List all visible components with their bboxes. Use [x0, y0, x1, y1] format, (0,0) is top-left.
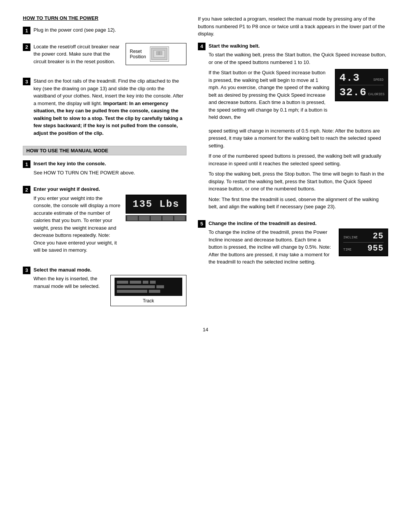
incline-row1: INCLINE 25 — [343, 232, 384, 241]
step5-text: To change the incline of the treadmill, … — [209, 228, 334, 266]
track-row1 — [117, 281, 180, 284]
speed-val1: 4.3 — [339, 72, 360, 84]
step1-content: Plug in the power cord (see page 12). — [33, 26, 186, 37]
main-content: HOW TO TURN ON THE POWER 1 Plug in the p… — [23, 15, 388, 315]
section2-header: HOW TO USE THE MANUAL MODE — [23, 146, 186, 155]
bar4 — [162, 216, 173, 220]
manual-step1-text: See HOW TO TURN ON THE POWER above. — [33, 169, 186, 177]
bar1 — [127, 216, 138, 220]
track-label: Track — [115, 298, 182, 304]
tseg4 — [150, 281, 156, 284]
step3-block: 3 Stand on the foot rails of the treadmi… — [23, 77, 186, 140]
reset-icon — [150, 46, 169, 62]
track-display — [115, 278, 182, 296]
track-box: Track — [110, 275, 186, 306]
track-row2 — [117, 285, 180, 288]
tseg5 — [117, 285, 155, 288]
manual-step2-number: 2 — [23, 186, 30, 193]
tseg1 — [117, 281, 128, 284]
manual-step1-number: 1 — [23, 160, 30, 168]
track-row3 — [117, 290, 180, 293]
step4-text4: If one of the numbered speed buttons is … — [209, 152, 388, 167]
manual-step2-block: 2 Enter your weight if desired. If you e… — [23, 185, 186, 260]
step4-block: 4 Start the walking belt. To start the w… — [198, 42, 388, 214]
speed-row2: 32.6 CALORIES — [339, 86, 384, 98]
step5-text-part: To change the incline of the treadmill, … — [209, 228, 334, 269]
manual-step3-text: When the key is inserted, the manual mod… — [33, 275, 106, 290]
speed-val2: 32.6 — [339, 86, 366, 98]
step2-number: 2 — [23, 43, 30, 51]
time-label: TIME — [343, 248, 358, 252]
tseg8 — [149, 290, 160, 293]
speed-row1: 4.3 SPEED — [339, 72, 384, 84]
manual-step3-title: Select the manual mode. — [33, 266, 186, 274]
step3-text: Stand on the foot rails of the treadmill… — [33, 77, 186, 137]
step4-text-part: If the Start button or the Quick Speed i… — [209, 69, 330, 124]
section1-header: HOW TO TURN ON THE POWER — [23, 15, 186, 21]
step2-text-part: Locate the reset/off circuit breaker nea… — [33, 43, 121, 69]
step3-number: 3 — [23, 78, 30, 85]
step4-content: Start the walking belt. To start the wal… — [209, 42, 388, 214]
tseg7 — [117, 290, 147, 293]
manual-step2-text-part: If you enter your weight into the consol… — [33, 195, 121, 257]
incline-row2: TIME 955 — [343, 244, 384, 253]
step2-fig: ResetPosition — [126, 43, 186, 65]
manual-step2-fig: 135 Lbs — [126, 195, 186, 221]
page-container: HOW TO TURN ON THE POWER 1 Plug in the p… — [23, 15, 388, 332]
step4-text6: Note: The first time the treadmill is us… — [209, 196, 388, 211]
manual-step1-block: 1 Insert the key into the console. See H… — [23, 160, 186, 179]
tseg6 — [156, 285, 164, 288]
step4-number: 4 — [198, 43, 206, 50]
step4-inline: If the Start button or the Quick Speed i… — [209, 69, 388, 124]
step1-number: 1 — [23, 27, 30, 34]
step5-title: Change the incline of the treadmill as d… — [209, 220, 388, 227]
step3-content: Stand on the foot rails of the treadmill… — [33, 77, 186, 140]
weight-display-bars — [126, 215, 186, 221]
incline-divider — [343, 242, 384, 243]
manual-step3-text-part: When the key is inserted, the manual mod… — [33, 275, 106, 293]
step5-incline-fig: INCLINE 25 TIME 955 — [339, 228, 388, 256]
bar5 — [174, 216, 185, 220]
manual-step1-content: Insert the key into the console. See HOW… — [33, 160, 186, 179]
step4-text1: To start the walking belt, press the Sta… — [209, 51, 388, 66]
manual-step2-text: If you enter your weight into the consol… — [33, 195, 121, 254]
manual-step3-fig: Track — [110, 275, 186, 306]
manual-step2-inline: If you enter your weight into the consol… — [33, 195, 186, 257]
step1-text: Plug in the power cord (see page 12). — [33, 26, 186, 34]
step4-text3: speed setting will change in increments … — [209, 127, 388, 150]
manual-step3-content: Select the manual mode. When the key is … — [33, 266, 186, 310]
tseg3 — [143, 281, 148, 284]
step5-inline: To change the incline of the treadmill, … — [209, 228, 388, 269]
step5-number: 5 — [198, 220, 206, 228]
time-val: 955 — [367, 244, 384, 253]
weight-display: 135 Lbs — [126, 195, 186, 214]
step2-inline: Locate the reset/off circuit breaker nea… — [33, 43, 186, 69]
manual-step2-title: Enter your weight if desired. — [33, 185, 186, 193]
incline-label: INCLINE — [343, 236, 358, 240]
step5-block: 5 Change the incline of the treadmill as… — [198, 220, 388, 272]
manual-step3-block: 3 Select the manual mode. When the key i… — [23, 266, 186, 310]
right-column: If you have selected a program, reselect… — [198, 15, 388, 315]
manual-step3-inline: When the key is inserted, the manual mod… — [33, 275, 186, 306]
incline-val: 25 — [373, 232, 384, 241]
step4-text2: If the Start button or the Quick Speed i… — [209, 69, 330, 121]
manual-step1-title: Insert the key into the console. — [33, 160, 186, 168]
speed-divider — [339, 85, 384, 85]
incline-display: INCLINE 25 TIME 955 — [339, 228, 388, 256]
step2-content: Locate the reset/off circuit breaker nea… — [33, 43, 186, 72]
reset-position-box: ResetPosition — [126, 43, 186, 65]
reset-label: ResetPosition — [130, 49, 146, 59]
speed-label1: SPEED — [373, 78, 384, 82]
page-number: 14 — [23, 327, 388, 332]
speed-display: 4.3 SPEED 32.6 CALORIES — [335, 69, 388, 101]
tseg2 — [130, 281, 141, 284]
step5-content: Change the incline of the treadmill as d… — [209, 220, 388, 272]
step4-title: Start the walking belt. — [209, 42, 388, 50]
step2-text: Locate the reset/off circuit breaker nea… — [33, 43, 121, 66]
manual-step3-number: 3 — [23, 267, 30, 274]
step4-text5: To stop the walking belt, press the Stop… — [209, 170, 388, 193]
left-column: HOW TO TURN ON THE POWER 1 Plug in the p… — [23, 15, 186, 315]
step4-speed-fig: 4.3 SPEED 32.6 CALORIES — [335, 69, 388, 101]
step1-block: 1 Plug in the power cord (see page 12). — [23, 26, 186, 37]
bar2 — [139, 216, 150, 220]
